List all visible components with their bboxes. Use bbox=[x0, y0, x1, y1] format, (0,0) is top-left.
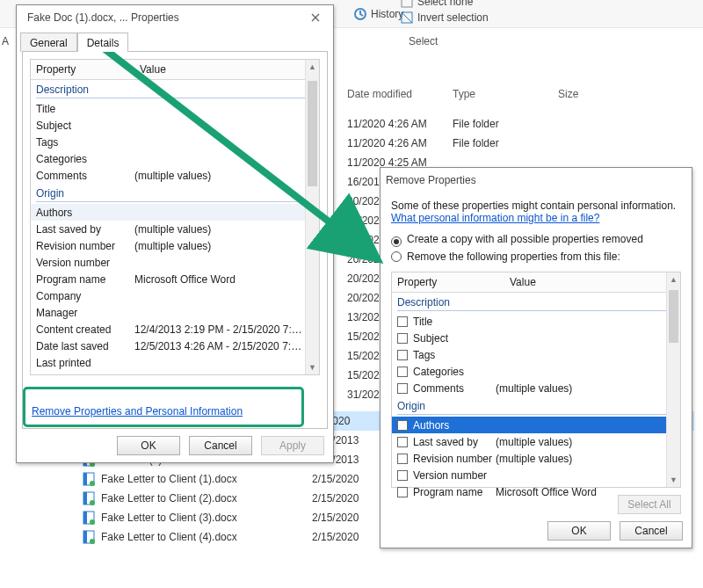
checkbox[interactable] bbox=[397, 333, 408, 344]
properties-tabs: General Details bbox=[17, 30, 333, 51]
checkbox[interactable] bbox=[397, 470, 408, 481]
history-button[interactable]: History bbox=[353, 0, 403, 28]
rm-property-row[interactable]: Last saved by(multiple values) bbox=[392, 433, 680, 450]
rm-scrollbar[interactable]: ▲ ▼ bbox=[666, 272, 680, 487]
property-row[interactable]: Categories bbox=[31, 150, 319, 167]
history-icon bbox=[353, 7, 367, 21]
checkbox[interactable] bbox=[397, 316, 408, 327]
radio-remove-following[interactable]: Remove the following properties from thi… bbox=[391, 250, 681, 263]
property-row[interactable]: Revision number(multiple values) bbox=[31, 237, 319, 254]
checkbox[interactable] bbox=[397, 487, 408, 497]
select-group-label: Select bbox=[409, 35, 438, 47]
rm-col-value[interactable]: Value bbox=[504, 272, 680, 292]
svg-rect-18 bbox=[83, 492, 87, 505]
annotation-highlight bbox=[23, 387, 304, 427]
rm-property-row[interactable]: Revision number(multiple values) bbox=[392, 450, 680, 467]
rm-property-row[interactable]: Version number bbox=[392, 467, 680, 483]
rm-property-row[interactable]: Title bbox=[392, 313, 680, 330]
svg-rect-24 bbox=[83, 531, 87, 543]
property-row[interactable]: Title bbox=[31, 100, 319, 117]
properties-titlebar[interactable]: Fake Doc (1).docx, ... Properties bbox=[17, 5, 333, 30]
ok-button[interactable]: OK bbox=[117, 436, 180, 455]
property-row[interactable]: Date last saved12/5/2013 4:26 AM - 2/15/… bbox=[31, 338, 319, 354]
svg-point-25 bbox=[90, 539, 95, 544]
property-row[interactable]: Subject bbox=[31, 117, 319, 134]
remove-blurb: Some of these properties might contain p… bbox=[391, 200, 681, 212]
word-doc-icon bbox=[82, 472, 96, 486]
properties-title: Fake Doc (1).docx, ... Properties bbox=[27, 11, 179, 24]
rm-property-row[interactable]: Categories bbox=[392, 363, 680, 380]
rm-col-property[interactable]: Property bbox=[392, 272, 504, 292]
checkbox[interactable] bbox=[397, 383, 408, 394]
svg-point-19 bbox=[90, 500, 95, 505]
checkbox[interactable] bbox=[397, 367, 408, 377]
rm-ok-button[interactable]: OK bbox=[547, 521, 611, 541]
property-row[interactable]: Program nameMicrosoft Office Word bbox=[31, 271, 319, 287]
scroll-up-icon[interactable]: ▲ bbox=[667, 272, 680, 287]
rm-property-row[interactable]: Program nameMicrosoft Office Word bbox=[392, 483, 680, 500]
svg-point-16 bbox=[90, 481, 95, 486]
invert-selection-label: Invert selection bbox=[417, 11, 489, 24]
scroll-up-icon[interactable]: ▲ bbox=[306, 60, 319, 74]
property-row[interactable]: Last saved by(multiple values) bbox=[31, 221, 319, 237]
scroll-thumb[interactable] bbox=[308, 81, 317, 186]
apply-button[interactable]: Apply bbox=[261, 436, 324, 455]
remove-help-link[interactable]: What personal information might be in a … bbox=[391, 212, 599, 224]
property-row[interactable]: Authors bbox=[31, 204, 319, 221]
scroll-thumb[interactable] bbox=[669, 290, 678, 343]
invert-selection-icon bbox=[400, 11, 414, 25]
col-value[interactable]: Value bbox=[134, 60, 319, 79]
property-row[interactable]: Version number bbox=[31, 254, 319, 271]
cancel-button[interactable]: Cancel bbox=[189, 436, 252, 455]
checkbox[interactable] bbox=[397, 420, 408, 431]
word-doc-icon bbox=[82, 491, 96, 505]
invert-selection-button[interactable]: Invert selection bbox=[400, 4, 489, 32]
remove-titlebar[interactable]: Remove Properties bbox=[380, 168, 692, 192]
property-row[interactable]: Last printed bbox=[31, 354, 319, 371]
history-label: History bbox=[371, 8, 403, 20]
word-doc-icon bbox=[82, 530, 96, 544]
rm-property-row[interactable]: Authors bbox=[392, 417, 680, 433]
scrollbar[interactable]: ▲ ▼ bbox=[305, 60, 319, 374]
close-button[interactable] bbox=[303, 9, 328, 26]
property-row[interactable]: Company bbox=[31, 287, 319, 304]
col-property[interactable]: Property bbox=[31, 60, 134, 79]
svg-point-22 bbox=[90, 519, 95, 525]
property-row[interactable]: Manager bbox=[31, 304, 319, 321]
rm-property-row[interactable]: Comments(multiple values) bbox=[392, 380, 680, 396]
col-size[interactable]: Size bbox=[558, 88, 628, 105]
rm-property-row[interactable]: Subject bbox=[392, 330, 680, 346]
rm-property-row[interactable]: Tags bbox=[392, 346, 680, 363]
word-doc-icon bbox=[82, 511, 96, 525]
tab-details[interactable]: Details bbox=[77, 33, 129, 52]
scroll-down-icon[interactable]: ▼ bbox=[667, 473, 680, 487]
property-row[interactable]: Tags bbox=[31, 134, 319, 150]
checkbox[interactable] bbox=[397, 454, 408, 464]
scroll-down-icon[interactable]: ▼ bbox=[306, 360, 319, 374]
svg-rect-21 bbox=[83, 512, 87, 524]
property-row[interactable]: Comments(multiple values) bbox=[31, 167, 319, 184]
nav-pane: A bbox=[0, 28, 14, 54]
tab-general[interactable]: General bbox=[20, 33, 77, 52]
rm-cancel-button[interactable]: Cancel bbox=[620, 521, 683, 541]
checkbox[interactable] bbox=[397, 350, 408, 360]
col-type[interactable]: Type bbox=[453, 88, 558, 105]
checkbox[interactable] bbox=[397, 437, 408, 447]
col-date[interactable]: Date modified bbox=[347, 88, 453, 105]
radio-create-copy[interactable]: Create a copy with all possible properti… bbox=[391, 233, 681, 247]
svg-rect-15 bbox=[83, 473, 87, 485]
remove-title: Remove Properties bbox=[386, 174, 476, 186]
property-row[interactable]: Content created12/4/2013 2:19 PM - 2/15/… bbox=[31, 321, 319, 338]
remove-properties-dialog: Remove Properties Some of these properti… bbox=[380, 167, 692, 548]
